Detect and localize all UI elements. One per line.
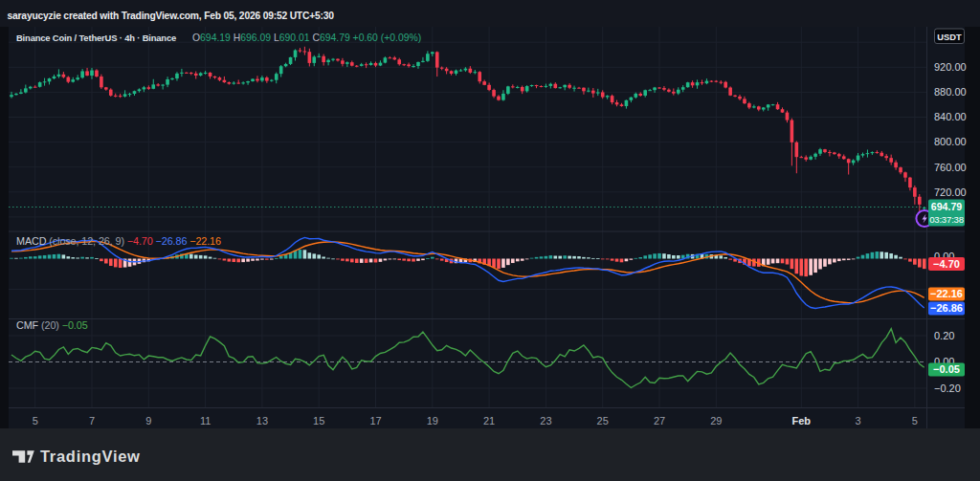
svg-text:880.00: 880.00	[934, 86, 967, 98]
svg-text:−0.05: −0.05	[933, 363, 960, 375]
svg-text:25: 25	[597, 415, 609, 426]
svg-text:TradingView: TradingView	[40, 448, 141, 465]
svg-text:CMF (20) −0.05: CMF (20) −0.05	[16, 319, 88, 331]
svg-text:15: 15	[313, 415, 324, 426]
svg-text:11: 11	[200, 415, 211, 426]
svg-text:−22.16: −22.16	[930, 288, 963, 299]
svg-text:5: 5	[912, 415, 918, 426]
svg-text:USDT: USDT	[937, 33, 962, 42]
svg-text:Feb: Feb	[792, 415, 812, 426]
svg-text:13: 13	[256, 415, 268, 426]
svg-text:−26.86: −26.86	[930, 302, 963, 314]
svg-text:27: 27	[654, 415, 665, 426]
svg-text:3: 3	[856, 415, 861, 426]
svg-text:720.00: 720.00	[934, 186, 967, 198]
svg-text:7: 7	[89, 415, 95, 426]
svg-text:MACD (close, 12, 26, 9) −4.70: MACD (close, 12, 26, 9) −4.70 −26.86 −22…	[16, 235, 221, 247]
svg-text:Binance Coin / TetherUS · 4h ·: Binance Coin / TetherUS · 4h · Binance	[16, 33, 176, 43]
svg-text:29: 29	[710, 415, 722, 426]
svg-text:−4.70: −4.70	[933, 258, 960, 270]
svg-text:03:37:38: 03:37:38	[929, 214, 964, 225]
svg-text:19: 19	[427, 415, 438, 426]
svg-text:23: 23	[540, 415, 551, 426]
svg-text:9: 9	[145, 415, 151, 426]
svg-text:800.00: 800.00	[934, 136, 967, 147]
svg-text:5: 5	[33, 415, 38, 426]
svg-text:17: 17	[369, 415, 381, 426]
svg-text:0.20: 0.20	[934, 330, 954, 341]
svg-text:sarayucyzie created with Tradi: sarayucyzie created with TradingView.com…	[8, 11, 335, 21]
svg-text:920.00: 920.00	[934, 61, 967, 73]
svg-text:840.00: 840.00	[934, 111, 967, 122]
svg-text:O694.19 H696.09 L690.01 C694.7: O694.19 H696.09 L690.01 C694.79 +0.60 (+…	[192, 33, 421, 43]
svg-text:21: 21	[483, 415, 495, 426]
svg-text:694.79: 694.79	[931, 201, 963, 212]
svg-text:760.00: 760.00	[934, 162, 967, 173]
svg-text:−0.20: −0.20	[934, 383, 961, 394]
